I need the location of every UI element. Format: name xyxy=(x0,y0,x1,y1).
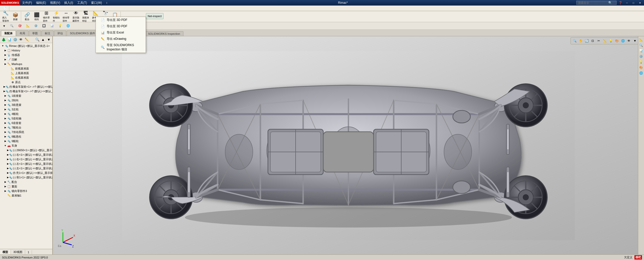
tree-left-wheel[interactable]: ▶ 🔩 3左轮 xyxy=(0,107,52,112)
close-button[interactable]: ✕ xyxy=(637,1,643,5)
toolbar-new-btn[interactable]: 📄 xyxy=(1,6,8,11)
menu-edit[interactable]: 编辑(E) xyxy=(34,0,48,6)
export-3dpdf2-item[interactable]: 📄 导出至 3D PDF xyxy=(96,23,146,29)
tree-26650[interactable]: ▶ 🔩 (-) 26650<1> (默认) <默认_显示状态-1> xyxy=(0,148,52,152)
help-icon[interactable]: ❓ xyxy=(619,1,622,5)
tb2-btn6[interactable]: 📊 xyxy=(49,23,56,29)
tree-body[interactable]: ▼ 🚗 车身 xyxy=(0,143,52,148)
vp-zoom-btn[interactable]: 🔍 xyxy=(572,38,577,44)
vp-section-btn[interactable]: ✂ xyxy=(596,38,601,44)
maximize-button[interactable]: □ xyxy=(630,1,636,5)
tree-annotations[interactable]: ▶ 📝 注解 xyxy=(0,57,52,62)
assem-features-btn[interactable]: 🏗 装配体特征 xyxy=(81,12,90,22)
tree-history[interactable]: ▶ 📋 History xyxy=(0,48,52,53)
ri-btn5[interactable]: 💡 xyxy=(639,59,644,64)
tab-1[interactable]: 1 xyxy=(25,250,32,254)
tree-drivetrain[interactable]: ▶ 🔩 7传动系统 xyxy=(0,130,52,134)
search-input[interactable] xyxy=(578,1,608,4)
mirror-btn[interactable]: ⊞ 镜向零部件 xyxy=(42,12,51,22)
tree-mate[interactable]: ▶ 🔧 配合 xyxy=(0,180,52,184)
tb2-btn8[interactable]: 🌐 xyxy=(65,23,72,29)
sh1-expand[interactable]: ▶ xyxy=(7,171,9,175)
vp-view-btn[interactable]: 📐 xyxy=(602,38,608,44)
r1-expand[interactable]: ▶ xyxy=(7,153,9,156)
fm-arrow-up-icon[interactable]: ▲ xyxy=(41,37,46,42)
vp-pan-btn[interactable]: ✋ xyxy=(578,38,583,44)
fm-markup-icon[interactable]: ✏️ xyxy=(24,37,29,42)
surf-expand[interactable]: ▶ xyxy=(4,185,7,188)
tab-evaluate[interactable]: 评估 xyxy=(54,30,66,36)
ri-btn7[interactable]: 🌐 xyxy=(639,71,644,76)
fm-config-icon[interactable]: ⚙️ xyxy=(13,37,18,42)
ri-btn1[interactable]: 📐 xyxy=(639,37,644,42)
tree-steering[interactable]: ▶ 🔩 2转向 xyxy=(0,98,52,103)
26650-expand[interactable]: ▶ xyxy=(7,148,9,152)
ri-btn3[interactable]: 📊 xyxy=(639,48,644,53)
tree-bone1[interactable]: ▶ 🔩 (-) 骨1<1> (默认) <默认_显示状态-1> xyxy=(0,175,52,180)
c-expand[interactable]: ▶ xyxy=(4,89,5,93)
tree-9wheel[interactable]: ▶ 🔩 9船轮 xyxy=(0,139,52,143)
tab-annotation[interactable]: 标注 xyxy=(42,30,54,36)
tb2-btn5[interactable]: 🔲 xyxy=(41,23,48,29)
tb2-btn3[interactable]: 📐 xyxy=(24,23,31,29)
fm-prop-icon[interactable]: 📊 xyxy=(7,37,12,42)
ri-btn4[interactable]: ⚙️ xyxy=(639,54,644,59)
6g-expand[interactable]: ▶ xyxy=(4,121,7,125)
bn1-expand[interactable]: ▶ xyxy=(7,176,9,179)
tree-chassis[interactable]: ▶ 🔩 (f) 概金车架<1> ->? (默认) <<默认_显示状态 1> xyxy=(0,89,52,93)
tb2-btn7[interactable]: 💡 xyxy=(57,23,64,29)
vp-more-btn[interactable]: ▼ xyxy=(632,38,638,44)
sensors-expand[interactable]: ▶ xyxy=(4,53,7,57)
smart-fastener-btn[interactable]: ⚡ 智能扣件 xyxy=(52,12,61,22)
fm-display-icon[interactable]: 👁 xyxy=(18,37,23,42)
menu-help-extra[interactable]: ↕ xyxy=(104,1,109,5)
body-expand[interactable]: ▼ xyxy=(4,144,7,147)
tree-surface[interactable]: ▶ 📋 董面 xyxy=(0,184,52,189)
4w-expand[interactable]: ▶ xyxy=(4,112,7,116)
mate-btn[interactable]: 🔗 配合 xyxy=(23,12,32,22)
net-inspect-btn[interactable]: Net-inspect xyxy=(146,13,164,19)
menu-window[interactable]: 窗口(W) xyxy=(89,0,104,6)
search-box[interactable]: 🔍 xyxy=(576,1,617,5)
l1-expand[interactable]: ▶ xyxy=(7,162,9,166)
move-comp-btn[interactable]: ↔ 移动零部件 xyxy=(61,12,71,22)
tree-8susp[interactable]: ▶ 🔩 8船悬柱 xyxy=(0,134,52,139)
tab-sw-inspection[interactable]: SOLIDWORKS Inspection xyxy=(145,31,183,36)
main-viewport[interactable]: 🔍 ✋ 🔄 ⊡ ✂ 📐 💡 🎨 🌐 👁 ▼ X Y Z Ea xyxy=(53,36,644,255)
cf-expand[interactable]: ▶ xyxy=(4,85,5,88)
tree-4wheel[interactable]: ▶ 🔩 4船轮 xyxy=(0,112,52,116)
tb2-btn2[interactable]: 🎯 xyxy=(16,23,23,29)
tab-sketch[interactable]: 草图 xyxy=(29,30,41,36)
tree-5gear[interactable]: ▶ 🔩 5齿轮轴 xyxy=(0,116,52,121)
tree-7wheel[interactable]: ▶ 🔩 7船轮台 xyxy=(0,125,52,130)
mate-expand[interactable]: ▶ xyxy=(4,180,7,184)
3dview-tab[interactable]: 3D视图 xyxy=(11,250,25,254)
ri-btn6[interactable]: 🎨 xyxy=(639,65,644,70)
tree-root[interactable]: ▼ 🔩 Rimac (默认) <默认_显示状态-1> xyxy=(0,44,52,48)
tree-markups[interactable]: ▶ ✏️ Markups xyxy=(0,62,52,66)
tree-6gear[interactable]: ▶ 🔩 6齿套套 xyxy=(0,121,52,125)
tree-left1[interactable]: ▶ 🔩 (-) 左<1> (默认) <<默认_显示状态 1> xyxy=(0,161,52,166)
tree-sensors[interactable]: ▶ 📡 传感器 xyxy=(0,53,52,57)
vp-hide-btn[interactable]: 👁 xyxy=(626,38,632,44)
vp-fit-btn[interactable]: ⊡ xyxy=(590,38,595,44)
vp-scene-btn[interactable]: 🌐 xyxy=(620,38,626,44)
9w-expand[interactable]: ▶ xyxy=(4,139,7,143)
l2-expand[interactable]: ▶ xyxy=(7,167,9,170)
history-expand[interactable]: ▶ xyxy=(4,49,7,52)
menu-tools[interactable]: 工具(T) xyxy=(75,0,89,6)
minimize-button[interactable]: ─ xyxy=(624,1,630,5)
tree-front-seat[interactable]: ▶ 🔩 1前座套 xyxy=(0,93,52,98)
menu-file[interactable]: 文件(F) xyxy=(20,0,34,6)
lw-expand[interactable]: ▶ xyxy=(4,108,7,111)
vp-appear-btn[interactable]: 🎨 xyxy=(614,38,620,44)
fm-tree-icon[interactable]: 🌲 xyxy=(1,37,6,42)
tb2-btn4[interactable]: ⚙️ xyxy=(32,23,39,29)
tree-right2[interactable]: ▶ 🔩 (-) 右<1> (默认) <<默认_显示状态 1> xyxy=(0,157,52,161)
vp-light-btn[interactable]: 💡 xyxy=(608,38,614,44)
tree-right1[interactable]: ▶ 🔩 (-) 右<1> (默认) <<默认_显示状态 1> xyxy=(0,152,52,157)
export-inspection-item[interactable]: 🔍 导至 SOLIDWORKS Inspection 项目 xyxy=(96,42,146,53)
tree-axis1[interactable]: 📏 基准轴1 xyxy=(0,193,52,198)
insert-component-btn[interactable]: 🔧 插入零部件 xyxy=(1,12,10,22)
tab-sw-plugins[interactable]: SOLIDWORKS 插件 xyxy=(67,30,98,36)
